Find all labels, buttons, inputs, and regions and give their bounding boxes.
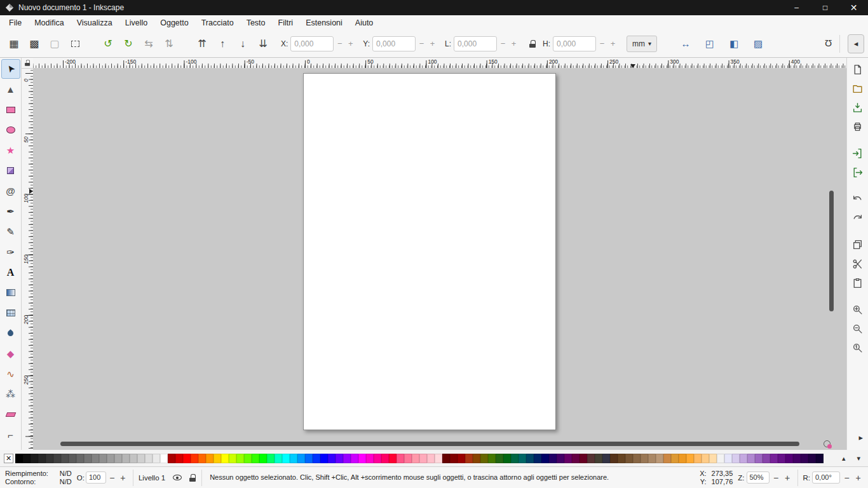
palette-swatch[interactable] xyxy=(785,454,793,463)
zoom-input[interactable]: 50% xyxy=(747,471,770,484)
vertical-scrollbar[interactable] xyxy=(829,191,834,311)
palette-swatch[interactable] xyxy=(122,454,130,463)
palette-swatch[interactable] xyxy=(572,454,580,463)
palette-swatch[interactable] xyxy=(76,454,84,463)
lower-to-bottom-button[interactable]: ⇊ xyxy=(253,34,273,54)
cut-button[interactable] xyxy=(849,255,867,273)
node-tool[interactable]: ▲ xyxy=(1,79,20,99)
y-decrement-button[interactable]: − xyxy=(417,36,426,51)
palette-swatch[interactable] xyxy=(519,454,526,463)
palette-swatch[interactable] xyxy=(442,454,450,463)
palette-swatch[interactable] xyxy=(374,454,381,463)
palette-swatch[interactable] xyxy=(465,454,473,463)
height-input[interactable]: 0,000 xyxy=(553,36,596,51)
eraser-tool[interactable] xyxy=(1,405,20,424)
palette-swatch[interactable] xyxy=(656,454,663,463)
palette-swatch[interactable] xyxy=(175,454,183,463)
palette-swatch[interactable] xyxy=(267,454,275,463)
palette-swatch[interactable] xyxy=(793,454,801,463)
palette-swatch[interactable] xyxy=(580,454,587,463)
opacity-input[interactable]: 100 xyxy=(86,471,106,484)
palette-swatch[interactable] xyxy=(534,454,541,463)
palette-swatch[interactable] xyxy=(198,454,206,463)
maximize-button[interactable]: □ xyxy=(811,0,839,15)
palette-swatch[interactable] xyxy=(724,454,732,463)
menu-oggetto[interactable]: Oggetto xyxy=(154,17,194,29)
pen-tool[interactable]: ✒ xyxy=(1,201,20,221)
palette-swatch[interactable] xyxy=(153,454,160,463)
palette-swatch[interactable] xyxy=(694,454,702,463)
palette-swatch[interactable] xyxy=(717,454,724,463)
lower-button[interactable]: ↓ xyxy=(233,34,253,54)
palette-swatch[interactable] xyxy=(313,454,320,463)
palette-swatch[interactable] xyxy=(633,454,641,463)
layer-dropdown[interactable]: Livello 1 xyxy=(139,474,165,482)
palette-swatch[interactable] xyxy=(709,454,717,463)
palette-swatch[interactable] xyxy=(610,454,618,463)
zoom-out-button[interactable]: − xyxy=(771,473,781,483)
palette-swatch[interactable] xyxy=(526,454,534,463)
rotation-input[interactable]: 0,00° xyxy=(812,471,840,484)
palette-swatch[interactable] xyxy=(404,454,412,463)
move-patterns-toggle[interactable]: ▨ xyxy=(749,34,768,53)
palette-swatch[interactable] xyxy=(336,454,343,463)
canvas[interactable] xyxy=(33,69,846,450)
menu-tracciato[interactable]: Tracciato xyxy=(195,17,240,29)
save-document-button[interactable] xyxy=(849,98,867,116)
palette-swatch[interactable] xyxy=(221,454,229,463)
pencil-tool[interactable]: ✎ xyxy=(1,222,20,241)
tweak-tool[interactable]: ∿ xyxy=(1,364,20,384)
palette-swatch[interactable] xyxy=(496,454,503,463)
palette-swatch[interactable] xyxy=(343,454,351,463)
palette-swatch[interactable] xyxy=(641,454,648,463)
raise-button[interactable]: ↑ xyxy=(212,34,233,54)
palette-swatch[interactable] xyxy=(160,454,168,463)
snap-bar-collapse-button[interactable]: ◂ xyxy=(848,34,864,53)
connector-tool[interactable]: ⌐ xyxy=(1,425,20,445)
height-decrement-button[interactable]: − xyxy=(597,36,607,51)
palette-swatch[interactable] xyxy=(381,454,389,463)
no-color-swatch[interactable]: ✕ xyxy=(4,454,13,463)
palette-swatch[interactable] xyxy=(130,454,137,463)
y-increment-button[interactable]: + xyxy=(428,36,437,51)
move-gradients-toggle[interactable]: ◧ xyxy=(724,34,743,53)
selector-tool[interactable]: ➤ xyxy=(1,59,20,79)
zoom-drawing-button[interactable] xyxy=(849,301,867,318)
palette-swatch[interactable] xyxy=(763,454,770,463)
palette-swatch[interactable] xyxy=(648,454,656,463)
ruler-corner[interactable] xyxy=(22,58,33,69)
undo-button[interactable] xyxy=(849,190,867,208)
rectangle-tool[interactable] xyxy=(1,100,20,119)
new-document-button[interactable] xyxy=(849,60,867,78)
duplicate-button[interactable] xyxy=(849,236,867,254)
palette-swatch[interactable] xyxy=(69,454,76,463)
x-input[interactable]: 0,000 xyxy=(290,36,334,51)
palette-swatch[interactable] xyxy=(99,454,107,463)
palette-swatch[interactable] xyxy=(816,454,824,463)
select-all-layers-button[interactable]: ▩ xyxy=(24,34,44,54)
palette-swatch[interactable] xyxy=(397,454,404,463)
menu-estensioni[interactable]: Estensioni xyxy=(299,17,349,29)
palette-swatch[interactable] xyxy=(702,454,709,463)
palette-swatch[interactable] xyxy=(473,454,480,463)
palette-swatch[interactable] xyxy=(31,454,38,463)
rotation-decrement-button[interactable]: − xyxy=(842,473,851,483)
spiral-tool[interactable]: @ xyxy=(1,181,20,201)
export-document-button[interactable] xyxy=(849,163,867,181)
palette-swatch[interactable] xyxy=(351,454,358,463)
flip-horizontal-button[interactable]: ⇆ xyxy=(139,34,159,54)
palette-scroll-up-icon[interactable]: ▴ xyxy=(842,454,846,463)
palette-swatch[interactable] xyxy=(778,454,785,463)
paste-button[interactable] xyxy=(849,274,867,292)
commands-expander-icon[interactable]: ▸ xyxy=(858,433,863,442)
palette-swatch[interactable] xyxy=(275,454,282,463)
palette-swatch[interactable] xyxy=(564,454,572,463)
palette-swatch[interactable] xyxy=(328,454,336,463)
spray-tool[interactable]: ⁂ xyxy=(1,384,20,404)
menu-file[interactable]: File xyxy=(3,17,28,29)
palette-swatch[interactable] xyxy=(770,454,778,463)
palette-swatch[interactable] xyxy=(549,454,557,463)
menu-modifica[interactable]: Modifica xyxy=(28,17,71,29)
palette-swatch[interactable] xyxy=(206,454,214,463)
palette-swatch[interactable] xyxy=(747,454,755,463)
